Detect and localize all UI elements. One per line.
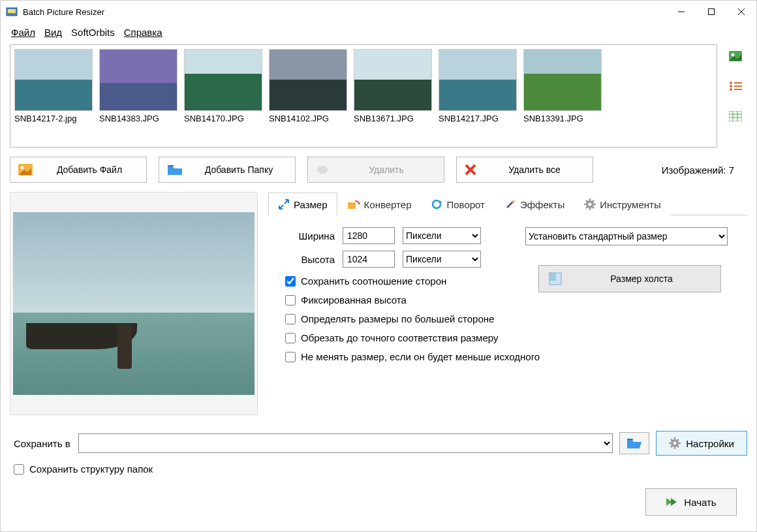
- tab-converter[interactable]: Конвертер: [337, 193, 422, 215]
- browse-folder-button[interactable]: [619, 432, 649, 454]
- resize-icon: [278, 198, 290, 210]
- folder-open-icon: [626, 437, 642, 449]
- svg-line-36: [586, 207, 587, 208]
- minimize-button[interactable]: [666, 1, 696, 23]
- gear-icon: [669, 437, 681, 449]
- thumbnail-item[interactable]: SNB14217-2.jpg: [14, 49, 93, 143]
- svg-line-34: [593, 207, 594, 208]
- keep-ratio-checkbox[interactable]: [285, 276, 296, 287]
- thumbnail-filename: SNB14217-2.jpg: [14, 114, 93, 123]
- height-unit-select[interactable]: Пиксели: [403, 251, 481, 268]
- thumbnail-image: [523, 49, 602, 111]
- svg-point-40: [673, 442, 677, 445]
- svg-rect-24: [348, 202, 356, 209]
- svg-rect-3: [709, 9, 715, 15]
- svg-point-20: [21, 166, 24, 170]
- add-file-button[interactable]: Добавить Файл: [10, 157, 147, 183]
- keep-folder-structure-checkbox[interactable]: [14, 464, 24, 475]
- svg-point-7: [732, 54, 735, 57]
- menu-softorbits[interactable]: SoftOrbits: [67, 25, 119, 39]
- thumbnail-item[interactable]: SNB13391.JPG: [523, 49, 602, 143]
- eraser-icon: [316, 164, 329, 175]
- svg-rect-14: [729, 111, 742, 121]
- thumbnail-filename: SNB13671.JPG: [354, 114, 432, 123]
- converter-icon: [347, 198, 360, 210]
- width-unit-select[interactable]: Пиксели: [403, 227, 481, 244]
- width-label: Ширина: [276, 230, 335, 242]
- tab-rotate[interactable]: Поворот: [421, 193, 495, 215]
- delete-button[interactable]: Удалить: [307, 157, 444, 183]
- thumbnail-item[interactable]: SNB13671.JPG: [354, 49, 432, 143]
- svg-rect-1: [8, 9, 16, 13]
- preview-image: [10, 192, 258, 415]
- height-label: Высота: [276, 254, 335, 265]
- close-button[interactable]: [726, 1, 756, 23]
- play-icon: [666, 497, 677, 507]
- add-folder-button[interactable]: Добавить Папку: [159, 157, 296, 183]
- window-title: Batch Picture Resizer: [23, 7, 666, 17]
- tab-tools[interactable]: Инструменты: [574, 193, 671, 215]
- svg-point-21: [317, 166, 328, 174]
- delete-all-button[interactable]: Удалить все: [456, 157, 593, 183]
- menubar: Файл Вид SoftOrbits Справка: [1, 23, 756, 44]
- svg-rect-11: [734, 86, 742, 87]
- menu-view[interactable]: Вид: [40, 25, 66, 39]
- view-list-button[interactable]: [726, 77, 745, 95]
- canvas-size-button[interactable]: Размер холста: [538, 265, 721, 292]
- thumbnail-image: [269, 49, 347, 111]
- settings-button[interactable]: Настройки: [656, 431, 747, 456]
- view-thumbnails-button[interactable]: [726, 47, 745, 65]
- detect-by-larger-checkbox[interactable]: [285, 314, 296, 324]
- no-upscale-checkbox[interactable]: [285, 352, 296, 362]
- standard-size-select[interactable]: Установить стандартный размер: [525, 227, 728, 245]
- menu-file[interactable]: Файл: [7, 25, 39, 39]
- folder-icon: [167, 164, 183, 176]
- thumbnail-filename: SNB14217.JPG: [439, 114, 517, 123]
- canvas-icon: [548, 272, 563, 286]
- svg-line-46: [677, 446, 679, 447]
- delete-all-icon: [465, 164, 476, 176]
- width-input[interactable]: [343, 227, 395, 244]
- svg-point-12: [730, 88, 732, 91]
- thumbnail-image: [354, 49, 432, 111]
- fixed-height-checkbox[interactable]: [285, 295, 296, 305]
- svg-line-45: [671, 439, 672, 441]
- thumbnail-item[interactable]: SNB14170.JPG: [184, 49, 262, 143]
- svg-point-10: [730, 85, 732, 87]
- thumbnail-image: [184, 49, 262, 111]
- svg-line-33: [586, 200, 587, 202]
- thumbnail-image: [439, 49, 517, 111]
- thumbnail-filename: SNB14383.JPG: [99, 114, 178, 123]
- tab-effects[interactable]: Эффекты: [495, 193, 574, 215]
- thumbnail-item[interactable]: SNB14102.JPG: [269, 49, 347, 143]
- view-details-button[interactable]: [726, 107, 745, 125]
- svg-line-47: [677, 439, 679, 441]
- crop-exact-checkbox[interactable]: [285, 333, 296, 343]
- thumbnail-list[interactable]: SNB14217-2.jpgSNB14383.JPGSNB14170.JPGSN…: [10, 44, 717, 148]
- svg-line-35: [593, 200, 594, 202]
- rotate-icon: [431, 198, 442, 210]
- wand-icon: [504, 198, 516, 210]
- thumbnail-filename: SNB14170.JPG: [184, 114, 262, 123]
- height-input[interactable]: [343, 251, 395, 268]
- maximize-button[interactable]: [696, 1, 726, 23]
- svg-rect-13: [734, 89, 742, 90]
- svg-rect-9: [734, 82, 742, 84]
- save-path-select[interactable]: [78, 433, 613, 453]
- svg-rect-38: [549, 273, 556, 281]
- thumbnail-filename: SNB13391.JPG: [523, 114, 602, 123]
- thumbnail-image: [99, 49, 178, 111]
- app-icon: [6, 6, 18, 18]
- titlebar: Batch Picture Resizer: [1, 1, 756, 23]
- svg-point-8: [730, 82, 732, 84]
- thumbnail-item[interactable]: SNB14217.JPG: [439, 49, 517, 143]
- thumbnail-item[interactable]: SNB14383.JPG: [99, 49, 178, 143]
- menu-help[interactable]: Справка: [120, 25, 166, 39]
- save-to-label: Сохранить в: [10, 438, 72, 449]
- svg-point-25: [433, 200, 440, 208]
- start-button[interactable]: Начать: [645, 488, 737, 516]
- gear-icon: [584, 198, 596, 210]
- image-icon: [18, 164, 33, 176]
- image-count-label: Изображений: 7: [662, 164, 747, 176]
- tab-size[interactable]: Размер: [268, 193, 337, 215]
